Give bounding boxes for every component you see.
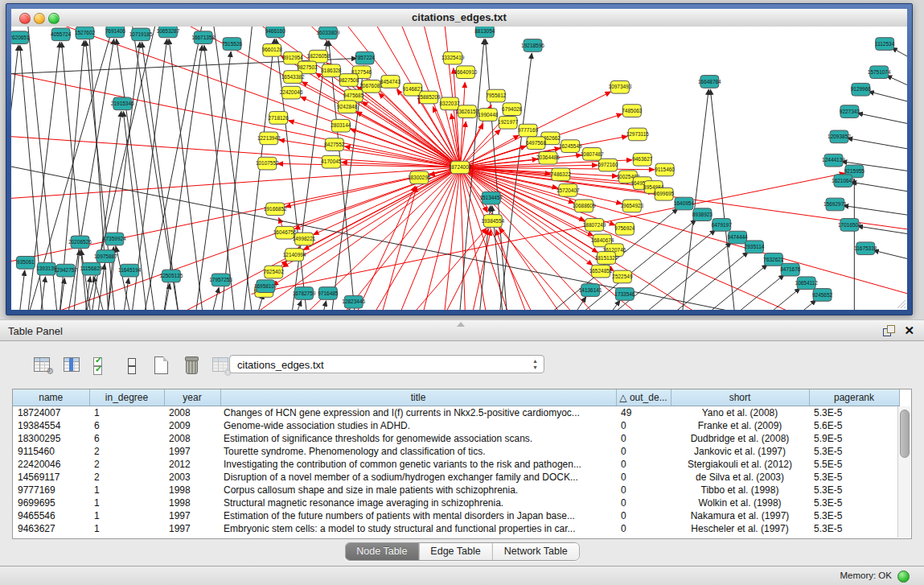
graph-node[interactable]: 6972160 <box>598 159 618 171</box>
graph-node[interactable]: 16033809 <box>316 27 339 39</box>
network-view-window[interactable]: citations_edges.txt 18724007966012889129… <box>6 3 913 315</box>
graph-node[interactable]: 10973493 <box>609 80 632 93</box>
graph-node[interactable]: 19218596 <box>521 39 544 52</box>
graph-node[interactable]: 15885209 <box>417 91 441 104</box>
graph-node[interactable]: 21915346 <box>111 97 134 110</box>
graph-node[interactable]: 16958107 <box>254 280 277 293</box>
graph-hub-node[interactable]: 18724007 <box>449 161 472 174</box>
graph-node[interactable]: 17016504 <box>838 219 861 232</box>
graph-node[interactable]: 7515526 <box>222 38 243 51</box>
graph-node[interactable]: 22420046 <box>280 86 303 99</box>
graph-node[interactable]: 7857224 <box>355 51 376 64</box>
graph-node[interactable]: 8938923 <box>692 208 713 221</box>
graph-node[interactable]: 14998221 <box>293 233 316 245</box>
table-row[interactable]: 946362711997Embryonic stem cells: a mode… <box>13 522 899 535</box>
float-panel-icon[interactable] <box>883 325 895 337</box>
graph-node[interactable]: 16648784 <box>698 76 721 89</box>
graph-node[interactable]: 9756924 <box>614 222 635 235</box>
graph-node[interactable]: 1921977 <box>498 116 519 129</box>
graph-node[interactable]: 7691406 <box>105 27 126 38</box>
graph-node[interactable]: 9242848 <box>337 101 358 113</box>
resize-grip-icon[interactable] <box>895 298 906 309</box>
graph-node[interactable]: 17957253 <box>209 274 232 286</box>
graph-node[interactable]: 7625402 <box>264 266 285 278</box>
table-row[interactable]: 1938455462009Genome-wide association stu… <box>13 419 899 432</box>
graph-node[interactable]: 16245549 <box>559 140 582 153</box>
new-table-icon[interactable] <box>151 355 172 376</box>
graph-node[interactable]: 10653287 <box>157 27 180 38</box>
graph-node[interactable]: 12140994 <box>283 249 306 262</box>
network-canvas[interactable]: 1872400796601288912954182260589827503165… <box>11 27 907 310</box>
graph-node[interactable]: 8813054 <box>474 27 495 38</box>
graph-node[interactable]: 9777169 <box>518 124 539 137</box>
table-row[interactable]: 2242004622012Investigating the contribut… <box>13 458 899 471</box>
graph-node[interactable]: 18300295 <box>408 171 431 184</box>
graph-node[interactable]: 11675338 <box>854 242 877 255</box>
graph-node[interactable]: 16782759 <box>293 287 316 300</box>
graph-node[interactable]: 9827508 <box>339 74 359 87</box>
graph-node[interactable]: 16671358 <box>191 31 215 44</box>
graph-node[interactable]: 12444139 <box>822 154 845 167</box>
delete-table-icon[interactable] <box>181 355 202 376</box>
graph-node[interactable]: 9227343 <box>840 105 860 118</box>
graph-node[interactable]: 1527602 <box>75 27 96 39</box>
show-columns-icon[interactable] <box>62 355 83 376</box>
graph-node[interactable]: 6479197 <box>712 219 733 232</box>
graph-node[interactable]: 11156829 <box>80 262 103 275</box>
graph-node[interactable]: 10654112 <box>795 277 819 290</box>
graph-node[interactable]: 7632621 <box>763 253 784 266</box>
column-header-year[interactable]: year <box>164 389 220 406</box>
tab-network-table[interactable]: Network Table <box>493 543 579 560</box>
graph-node[interactable]: 9660128 <box>262 44 283 57</box>
graph-node[interactable]: 9466160 <box>265 27 286 38</box>
table-selector-dropdown[interactable]: citations_edges.txt ▲▼ <box>229 355 544 373</box>
graph-node[interactable]: 8471676 <box>780 263 801 276</box>
graph-node[interactable]: 7485063 <box>622 105 643 117</box>
graph-node[interactable]: 1733546 <box>614 288 635 301</box>
graph-node[interactable]: 7486322 <box>551 168 572 181</box>
graph-node[interactable]: 13325419 <box>441 51 465 64</box>
graph-node[interactable]: 9115460 <box>655 163 675 176</box>
graph-node[interactable]: 9463627 <box>632 153 653 166</box>
column-header-in_degree[interactable]: in_degree <box>89 389 164 406</box>
graph-node[interactable]: 2522549 <box>612 270 633 283</box>
graph-node[interactable]: 6794028 <box>502 103 523 116</box>
tab-edge-table[interactable]: Edge Table <box>419 543 492 560</box>
graph-node[interactable]: 1990448 <box>478 109 499 122</box>
table-row[interactable]: 977716911998Corpus callosum shape and si… <box>13 484 899 496</box>
graph-node[interactable]: 19166852 <box>264 203 287 216</box>
graph-node[interactable]: 12505135 <box>160 270 183 282</box>
graph-node[interactable]: 10688609 <box>573 200 596 212</box>
close-panel-icon[interactable]: ✕ <box>904 323 914 338</box>
table-scrollbar[interactable] <box>897 406 910 538</box>
table-options-icon[interactable]: ⚙ <box>32 355 53 376</box>
panel-resize-handle[interactable] <box>457 322 465 327</box>
graph-node[interactable]: 2935114 <box>745 241 765 253</box>
graph-node[interactable]: 17359924 <box>103 233 126 245</box>
graph-node[interactable]: 9716485 <box>318 287 339 300</box>
graph-node[interactable]: 15692971 <box>823 198 847 211</box>
graph-node[interactable]: 2718126 <box>269 112 290 125</box>
graph-node[interactable]: 12942757 <box>54 264 77 277</box>
graph-node[interactable]: 1640954 <box>674 197 695 210</box>
table-row[interactable]: 969969511998Structural magnetic resonanc… <box>13 496 899 509</box>
graph-node[interactable]: 2620651 <box>11 31 30 44</box>
graph-node[interactable]: 13626157 <box>456 105 479 118</box>
citation-network-graph[interactable]: 1872400796601288912954182260589827503165… <box>11 27 907 310</box>
column-header-short[interactable]: short <box>671 389 809 406</box>
graph-node[interactable]: 16524851 <box>589 265 613 278</box>
graph-node[interactable]: 12213943 <box>257 132 281 145</box>
graph-node[interactable]: 12093852 <box>827 130 851 143</box>
column-header-pagerank[interactable]: pagerank <box>809 389 899 406</box>
graph-node[interactable]: 9245652 <box>812 289 833 302</box>
graph-node[interactable]: 8186328 <box>321 64 342 77</box>
select-columns-icon[interactable] <box>92 355 113 376</box>
table-row[interactable]: 946554611997Estimation of the future num… <box>13 509 899 522</box>
table-row[interactable]: 1872400712008Changes of HCN gene express… <box>13 406 899 420</box>
graph-node[interactable]: 9474444 <box>728 231 749 244</box>
graph-node[interactable]: 4170045 <box>321 155 342 168</box>
table-row[interactable]: 911546021997Tourette syndrome. Phenomeno… <box>13 445 899 458</box>
graph-node[interactable]: 11645194 <box>118 264 142 277</box>
table-row[interactable]: 1830029562008Estimation of significance … <box>13 432 899 445</box>
graph-node[interactable]: 12823446 <box>342 295 365 308</box>
